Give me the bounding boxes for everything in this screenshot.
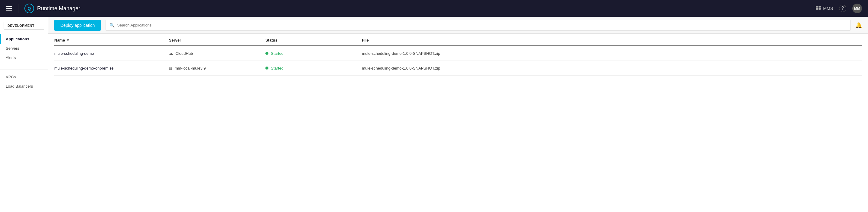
nav-divider <box>18 4 19 13</box>
cloud-icon <box>169 51 173 56</box>
server-cell: CloudHub <box>169 51 266 56</box>
svg-rect-3 <box>818 8 820 10</box>
deploy-application-button[interactable]: Deploy application <box>54 20 101 31</box>
status-cell: Started <box>266 66 362 70</box>
user-avatar[interactable]: MM <box>852 4 862 13</box>
app-title: Runtime Manager <box>37 5 80 12</box>
app-name: mule-scheduling-demo <box>54 51 169 56</box>
server-name: CloudHub <box>176 51 193 56</box>
table-row[interactable]: mule-scheduling-demo CloudHub Started mu… <box>54 46 862 61</box>
environment-selector[interactable]: DEVELOPMENT <box>4 22 44 30</box>
sidebar-divider <box>0 70 48 70</box>
column-server: Server <box>169 38 266 42</box>
logo-icon: Q <box>25 4 34 13</box>
status-dot-started <box>266 52 269 55</box>
column-status: Status <box>266 38 362 42</box>
status-cell: Started <box>266 51 362 56</box>
nav-right-controls: MMS ? MM <box>816 4 862 13</box>
server-cell: mm-local-mule3.9 <box>169 66 266 70</box>
app-logo: Q Runtime Manager <box>25 4 80 13</box>
svg-rect-1 <box>818 6 820 7</box>
hamburger-menu-icon[interactable] <box>6 6 12 10</box>
toolbar: Deploy application 🔍 🔔 <box>48 17 868 34</box>
sort-icon[interactable]: ∨ <box>67 38 69 42</box>
app-name: mule-scheduling-demo-onpremise <box>54 66 169 70</box>
server-name: mm-local-mule3.9 <box>175 66 206 70</box>
top-navigation: Q Runtime Manager MMS ? MM <box>0 0 868 17</box>
search-bar: 🔍 <box>105 20 850 31</box>
mms-label: MMS <box>823 6 833 11</box>
status-text: Started <box>271 51 283 56</box>
server-rack-icon <box>169 66 172 70</box>
file-name: mule-scheduling-demo-1.0.0-SNAPSHOT.zip <box>362 51 862 56</box>
column-file: File <box>362 38 862 42</box>
status-dot-started <box>266 67 269 70</box>
search-input[interactable] <box>117 23 846 27</box>
svg-rect-2 <box>816 8 818 10</box>
sidebar-item-servers[interactable]: Servers <box>0 44 48 53</box>
table-header: Name ∨ Server Status File <box>54 34 862 46</box>
search-icon: 🔍 <box>110 23 115 28</box>
table-row[interactable]: mule-scheduling-demo-onpremise mm-local-… <box>54 61 862 76</box>
sidebar-item-applications[interactable]: Applications <box>0 34 48 44</box>
page-layout: DEVELOPMENT Applications Servers Alerts … <box>0 17 868 212</box>
file-name: mule-scheduling-demo-1.0.0-SNAPSHOT.zip <box>362 66 862 70</box>
sidebar-item-load-balancers[interactable]: Load Balancers <box>0 82 48 91</box>
column-name: Name ∨ <box>54 38 169 42</box>
applications-table-area: Name ∨ Server Status File mule-schedulin… <box>48 34 868 212</box>
sidebar-item-vpcs[interactable]: VPCs <box>0 72 48 82</box>
sidebar-navigation: Applications Servers Alerts VPCs Load Ba… <box>0 34 48 96</box>
mms-button[interactable]: MMS <box>816 6 833 11</box>
sidebar-primary-section: Applications Servers Alerts <box>0 34 48 62</box>
help-button[interactable]: ? <box>839 5 846 12</box>
sidebar-item-alerts[interactable]: Alerts <box>0 53 48 62</box>
svg-rect-0 <box>816 6 818 7</box>
sidebar: DEVELOPMENT Applications Servers Alerts … <box>0 17 48 212</box>
sidebar-secondary-section: VPCs Load Balancers <box>0 72 48 91</box>
status-text: Started <box>271 66 283 70</box>
main-content: Deploy application 🔍 🔔 Name ∨ Server Sta… <box>48 17 868 212</box>
notifications-bell-icon[interactable]: 🔔 <box>855 22 862 29</box>
